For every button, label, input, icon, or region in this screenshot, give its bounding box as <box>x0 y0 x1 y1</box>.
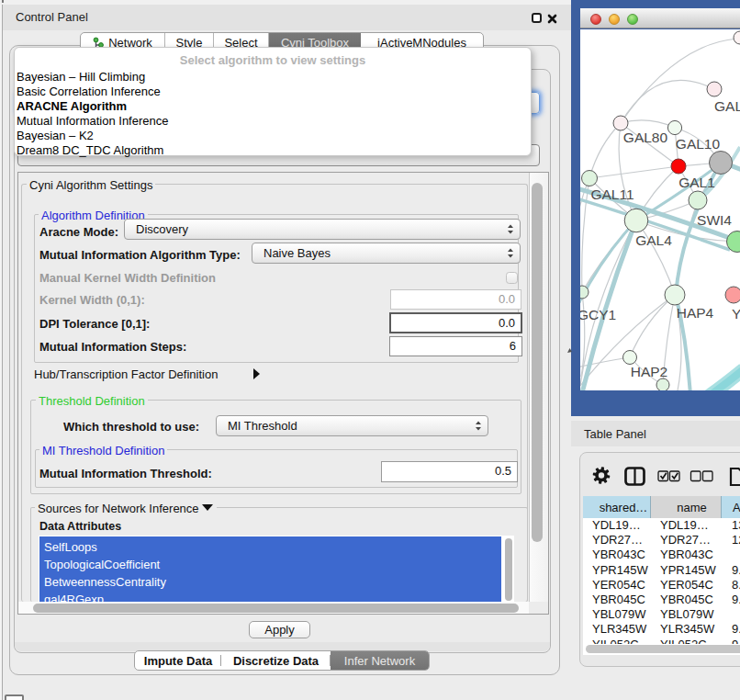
svg-text:GAL1: GAL1 <box>678 175 715 190</box>
svg-text:GAL80: GAL80 <box>623 130 668 145</box>
svg-text:GAL4: GAL4 <box>635 232 672 248</box>
svg-text:HAP4: HAP4 <box>677 305 714 321</box>
svg-text:GCY1: GCY1 <box>580 307 616 322</box>
svg-text:GAL10: GAL10 <box>676 136 721 152</box>
svg-text:GAL: GAL <box>714 98 740 114</box>
svg-text:SWI4: SWI4 <box>697 212 732 228</box>
svg-text:GAL11: GAL11 <box>590 186 633 202</box>
svg-text:HAP2: HAP2 <box>631 364 668 379</box>
svg-text:Y: Y <box>732 306 740 322</box>
